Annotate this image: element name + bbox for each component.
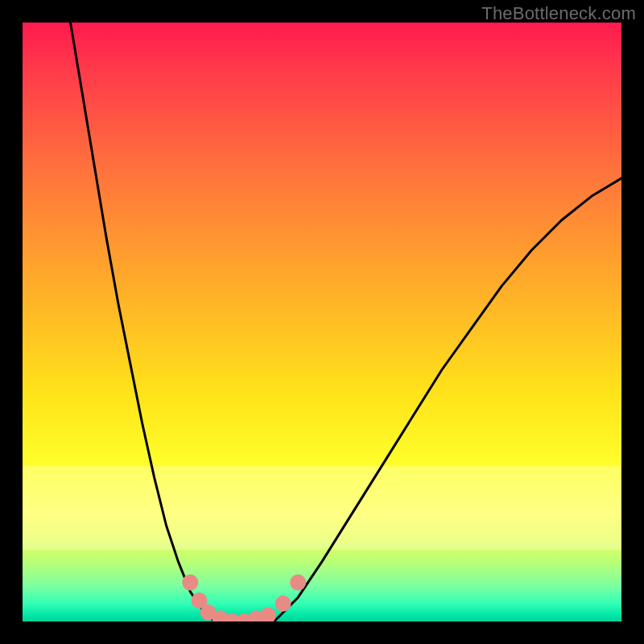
valley-marker: [182, 575, 198, 591]
series-group: [71, 23, 622, 621]
plot-area: [23, 23, 621, 621]
bottleneck-curve: [71, 23, 622, 621]
chart-svg: [23, 23, 621, 621]
watermark-text: TheBottleneck.com: [481, 3, 636, 24]
valley-marker: [275, 596, 291, 612]
marker-group: [182, 575, 306, 621]
valley-marker: [290, 575, 306, 591]
valley-marker: [260, 608, 276, 621]
